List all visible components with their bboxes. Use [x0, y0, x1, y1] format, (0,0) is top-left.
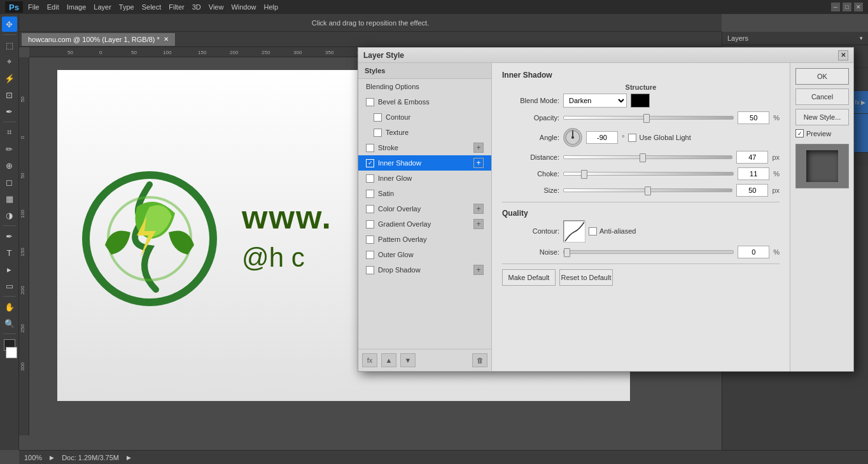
clone-tool[interactable]: ⊕ — [2, 158, 17, 173]
shape-tool[interactable]: ▭ — [2, 278, 17, 293]
new-style-button[interactable]: New Style... — [795, 109, 849, 125]
texture-item[interactable]: Texture — [358, 125, 491, 140]
angle-dial[interactable] — [563, 128, 582, 147]
anti-alias-checkbox[interactable] — [589, 227, 597, 236]
type-tool[interactable]: T — [2, 245, 17, 260]
background-color[interactable] — [6, 347, 17, 358]
size-slider[interactable] — [563, 188, 732, 192]
opacity-thumb[interactable] — [643, 114, 650, 123]
inner-glow-checkbox[interactable] — [366, 174, 374, 183]
marquee-tool[interactable]: ⬚ — [2, 38, 17, 53]
drop-shadow-checkbox[interactable] — [366, 266, 374, 274]
stroke-item[interactable]: Stroke + — [358, 140, 491, 155]
menu-view[interactable]: View — [209, 3, 224, 11]
size-input[interactable] — [736, 184, 768, 197]
dodge-tool[interactable]: ◑ — [2, 207, 17, 223]
reset-default-button[interactable]: Reset to Default — [559, 269, 613, 286]
document-tab[interactable]: howcanu.com @ 100% (Layer 1, RGB/8) * ✕ — [22, 33, 176, 46]
eraser-tool[interactable]: ◻ — [2, 174, 17, 190]
menu-file[interactable]: File — [28, 3, 39, 11]
zoom-tool[interactable]: 🔍 — [2, 316, 17, 331]
drop-shadow-add-btn[interactable]: + — [473, 265, 484, 275]
menu-3d[interactable]: 3D — [192, 3, 201, 11]
menu-help[interactable]: Help — [264, 3, 279, 11]
restore-button[interactable]: □ — [843, 3, 851, 11]
outer-glow-item[interactable]: Outer Glow — [358, 247, 491, 262]
gradient-overlay-item[interactable]: Gradient Overlay + — [358, 216, 491, 232]
distance-input[interactable] — [736, 151, 768, 164]
inner-shadow-item[interactable]: ✓ Inner Shadow + — [358, 155, 491, 171]
choke-input[interactable] — [738, 167, 769, 180]
hand-tool[interactable]: ✋ — [2, 299, 17, 314]
bevel-emboss-checkbox[interactable] — [366, 98, 374, 106]
delete-style-button[interactable]: 🗑 — [472, 353, 487, 367]
angle-input[interactable] — [586, 131, 618, 144]
contour-thumbnail[interactable] — [563, 220, 585, 242]
menu-edit[interactable]: Edit — [47, 3, 59, 11]
menu-type[interactable]: Type — [119, 3, 134, 11]
gradient-overlay-checkbox[interactable] — [366, 220, 374, 228]
menu-filter[interactable]: Filter — [169, 3, 184, 11]
choke-thumb[interactable] — [581, 170, 587, 179]
menu-layer[interactable]: Layer — [94, 3, 111, 11]
make-default-button[interactable]: Make Default — [502, 269, 556, 286]
menu-bar[interactable]: File Edit Image Layer Type Select Filter… — [28, 3, 278, 11]
brush-tool[interactable]: ✏ — [2, 141, 17, 157]
quick-select-tool[interactable]: ⚡ — [2, 71, 17, 86]
noise-thumb[interactable] — [564, 248, 570, 257]
choke-slider[interactable] — [563, 172, 734, 176]
eyedropper-tool[interactable]: ✒ — [2, 104, 17, 119]
color-overlay-checkbox[interactable] — [366, 205, 374, 213]
spot-healing-tool[interactable]: ⌗ — [2, 125, 17, 140]
preview-checkbox[interactable]: ✓ — [795, 129, 804, 137]
color-overlay-item[interactable]: Color Overlay + — [358, 201, 491, 216]
fx-button[interactable]: fx — [362, 353, 377, 367]
pen-tool[interactable]: ✒ — [2, 228, 17, 244]
color-overlay-add-btn[interactable]: + — [473, 204, 484, 214]
noise-slider[interactable] — [563, 250, 734, 254]
distance-slider[interactable] — [563, 155, 732, 159]
menu-image[interactable]: Image — [67, 3, 87, 11]
distance-thumb[interactable] — [640, 153, 646, 162]
inner-glow-item[interactable]: Inner Glow — [358, 171, 491, 186]
satin-item[interactable]: Satin — [358, 186, 491, 201]
dialog-close-button[interactable]: ✕ — [838, 50, 848, 60]
bevel-emboss-item[interactable]: Bevel & Emboss — [358, 94, 491, 109]
gradient-overlay-add-btn[interactable]: + — [473, 219, 484, 229]
move-tool[interactable]: ✥ — [2, 17, 17, 32]
cancel-button[interactable]: Cancel — [795, 88, 849, 105]
satin-checkbox[interactable] — [366, 190, 374, 198]
blend-mode-select[interactable]: Darken — [563, 94, 627, 108]
contour-checkbox[interactable] — [374, 113, 382, 122]
stroke-checkbox[interactable] — [366, 144, 374, 152]
drop-shadow-item[interactable]: Drop Shadow + — [358, 262, 491, 278]
noise-input[interactable] — [738, 246, 769, 258]
crop-tool[interactable]: ⊡ — [2, 87, 17, 102]
inner-shadow-checkbox[interactable]: ✓ — [366, 159, 374, 167]
blend-color-swatch[interactable] — [631, 94, 650, 108]
inner-shadow-add-btn[interactable]: + — [473, 158, 484, 168]
texture-checkbox[interactable] — [374, 129, 382, 137]
pattern-overlay-item[interactable]: Pattern Overlay — [358, 232, 491, 247]
contour-item[interactable]: Contour — [358, 109, 491, 125]
lasso-tool[interactable]: ⌖ — [2, 54, 17, 69]
minimize-button[interactable]: ─ — [831, 3, 840, 11]
close-button[interactable]: ✕ — [854, 3, 863, 11]
ok-button[interactable]: OK — [795, 68, 849, 85]
move-down-button[interactable]: ▼ — [400, 353, 416, 367]
size-thumb[interactable] — [645, 186, 651, 195]
blending-options-item[interactable]: Blending Options — [358, 79, 491, 94]
path-selection-tool[interactable]: ▸ — [2, 262, 17, 277]
opacity-input[interactable] — [738, 111, 769, 124]
menu-window[interactable]: Window — [231, 3, 256, 11]
menu-select[interactable]: Select — [142, 3, 162, 11]
opacity-slider[interactable] — [563, 116, 734, 120]
pattern-overlay-checkbox[interactable] — [366, 236, 374, 244]
tab-close[interactable]: ✕ — [164, 36, 169, 43]
move-up-button[interactable]: ▲ — [381, 353, 396, 367]
stroke-add-btn[interactable]: + — [473, 143, 484, 153]
global-light-checkbox[interactable] — [628, 134, 636, 142]
window-controls[interactable]: ─ □ ✕ — [831, 3, 863, 11]
outer-glow-checkbox[interactable] — [366, 251, 374, 259]
gradient-tool[interactable]: ▦ — [2, 191, 17, 206]
